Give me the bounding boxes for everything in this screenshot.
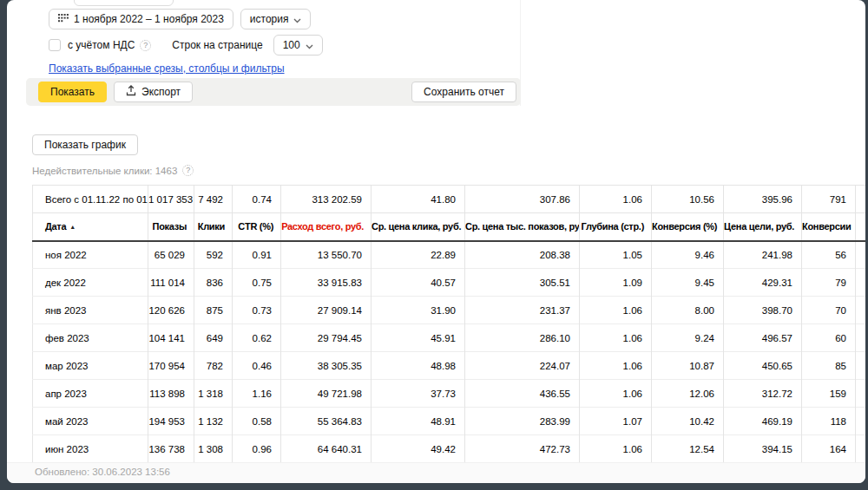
table-body: ноя 2022 65 029 592 0.91 13 550.70 22.89… [33,241,866,463]
row-value-cell: 208.38 [465,241,580,269]
column-header[interactable]: Клики [194,213,233,241]
row-value-cell: 9.46 [652,241,724,269]
export-label: Экспорт [141,86,181,98]
row-value-cell: 33 915.83 [281,269,372,297]
column-header[interactable]: Конверсии [802,213,856,241]
row-value-cell: 450.65 [724,352,802,380]
slices-link-row: Показать выбранные срезы, столбцы и филь… [49,60,285,75]
rows-per-page-select[interactable]: 100 [273,35,323,56]
row-value-cell: 49 721.98 [281,380,372,408]
table-row: янв 2023 120 626 875 0.73 27 909.14 31.9… [33,297,866,324]
row-value-cell: 48.98 [372,352,465,380]
row-value-cell: 48.91 [372,408,465,435]
row-value-cell: 1.06 [580,297,652,324]
totals-cell: 1 017 353 [148,186,194,213]
column-header[interactable]: Ср. цена клика, руб. [372,213,465,241]
vat-help-icon[interactable]: ? [140,40,151,51]
export-icon [126,85,136,99]
row-value-cell: 159 [802,380,856,408]
column-header-date[interactable]: Дата▲ [33,213,148,241]
column-header-expense[interactable]: Расход всего, руб. [281,213,372,241]
row-value-cell: 194 953 [148,408,194,435]
row-value-cell: 29 794.45 [281,324,372,352]
row-value-cell: 0.75 [233,269,281,297]
row-value-cell: 283.99 [465,408,580,435]
row-value-cell: 224.07 [465,352,580,380]
row-value-cell: 1.06 [580,352,652,380]
column-header[interactable]: Цена цели, руб. [724,213,802,241]
vat-checkbox[interactable] [49,39,61,51]
action-bar: Показать Экспорт Сохранить отчет [26,78,521,106]
history-dropdown[interactable]: история [240,9,312,29]
date-filter-row: 1 ноября 2022 – 1 ноября 2023 история [49,9,311,29]
totals-cell: 307.86 [465,186,580,213]
row-value-cell: 1.06 [580,324,652,352]
column-header-row: Дата▲ Показы Клики CTR (%) Расход всего,… [33,213,866,241]
row-value-cell: 286.10 [465,324,580,352]
invalid-clicks-help-icon[interactable]: ? [182,165,194,176]
table-row: апр 2023 113 898 1 318 1.16 49 721.98 37… [33,380,866,408]
statistics-table: Всего с 01.11.22 по 01.11.23 1 017 353 7… [32,185,865,463]
column-header-clipped [856,213,866,241]
row-value-cell: 241.98 [724,241,802,269]
clipped-control [74,0,174,6]
filter-panel: 1 ноября 2022 – 1 ноября 2023 история с … [26,0,521,106]
page-footer: Обновлено: 30.06.2023 13:56 [7,462,865,483]
row-value-cell: 0.91 [233,241,281,269]
show-button[interactable]: Показать [38,82,107,102]
row-cell-clipped [856,408,866,435]
row-value-cell: 10.42 [652,408,724,435]
table-row: ноя 2022 65 029 592 0.91 13 550.70 22.89… [33,241,866,269]
show-chart-button[interactable]: Показать график [32,134,138,155]
save-report-button[interactable]: Сохранить отчет [411,82,516,102]
row-cell-clipped [856,269,866,297]
column-header[interactable]: Показы [148,213,194,241]
row-value-cell: 170 954 [148,352,194,380]
row-cell-clipped [856,324,866,352]
row-value-cell: 231.37 [465,297,580,324]
column-header[interactable]: Глубина (стр.) [580,213,652,241]
row-value-cell: 22.89 [372,241,465,269]
row-value-cell: 13 550.70 [281,241,372,269]
export-button[interactable]: Экспорт [114,82,193,102]
row-value-cell: 875 [194,297,233,324]
column-header[interactable]: Конверсия (%) [652,213,724,241]
row-value-cell: 37.73 [372,380,465,408]
row-value-cell: 111 014 [148,269,194,297]
totals-cell: 0.74 [233,186,281,213]
date-header-label: Дата [45,221,66,232]
table-row: июн 2023 136 738 1 308 0.96 64 640.31 49… [33,435,866,463]
row-value-cell: 0.58 [233,408,281,435]
row-value-cell: 496.57 [724,324,802,352]
row-value-cell: 8.00 [652,297,724,324]
show-slices-link[interactable]: Показать выбранные срезы, столбцы и филь… [49,62,285,75]
row-value-cell: 1.05 [580,241,652,269]
row-date-cell: мар 2023 [33,352,148,380]
row-value-cell: 65 029 [148,241,194,269]
row-value-cell: 120 626 [148,297,194,324]
table-row: май 2023 194 953 1 132 0.58 55 364.83 48… [33,408,866,435]
row-cell-clipped [856,435,866,463]
row-value-cell: 0.73 [233,297,281,324]
row-value-cell: 12.54 [652,435,724,463]
row-value-cell: 40.57 [372,269,465,297]
row-value-cell: 0.62 [233,324,281,352]
invalid-clicks: Недействительные клики: 1463 ? [32,165,194,176]
row-value-cell: 429.31 [724,269,802,297]
updated-timestamp: Обновлено: 30.06.2023 13:56 [35,467,170,477]
date-range-button[interactable]: 1 ноября 2022 – 1 ноября 2023 [49,9,233,29]
row-value-cell: 70 [802,297,856,324]
row-value-cell: 1.06 [580,380,652,408]
column-header[interactable]: CTR (%) [233,213,281,241]
rows-per-page-value: 100 [283,39,300,51]
row-cell-clipped [856,352,866,380]
row-value-cell: 60 [802,324,856,352]
row-value-cell: 0.46 [233,352,281,380]
report-window: 1 ноября 2022 – 1 ноября 2023 история с … [7,0,865,483]
totals-cell: 791 [802,186,856,213]
row-value-cell: 649 [194,324,233,352]
row-date-cell: май 2023 [33,408,148,435]
column-header[interactable]: Ср. цена тыс. показов, руб. [465,213,580,241]
date-range-label: 1 ноября 2022 – 1 ноября 2023 [74,13,224,25]
history-label: история [250,13,289,25]
